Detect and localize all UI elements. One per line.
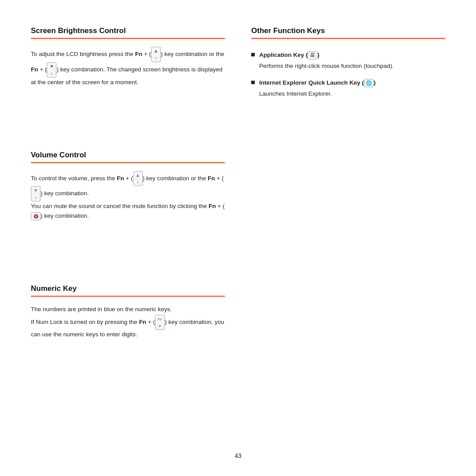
bullet-icon: [251, 81, 255, 84]
bullet-icon: [251, 53, 255, 56]
key-brightness-down: ▼⏚: [47, 62, 56, 78]
section-numeric: Numeric Key The numbers are printed in b…: [31, 284, 225, 403]
key-vol-up: ▲♪: [133, 171, 143, 186]
section-other: Other Function Keys Application Key (☰) …: [251, 26, 445, 284]
page-number: 43: [234, 452, 242, 459]
key-vol-down: ▼♪: [31, 186, 41, 201]
item-content: Internet Explorer Quick Launch Key (🌐) L…: [259, 79, 445, 99]
item-content: Application Key (☰) Performs the right-c…: [259, 51, 445, 71]
key-brightness-up: ▲⏚: [151, 47, 161, 62]
key-mute: 🔇: [31, 212, 41, 220]
item-desc: Launches Internet Explorer.: [259, 89, 445, 99]
item-desc: Performs the right-click mouse function …: [259, 61, 445, 71]
brightness-body: To adjust the LCD brightness press the F…: [31, 47, 225, 87]
page-content: Screen Brightness Control To adjust the …: [0, 0, 476, 476]
item-label: Application Key (☰): [259, 51, 445, 60]
key-numlock: Fn●: [155, 315, 165, 330]
numeric-body: The numbers are printed in blue on the n…: [31, 305, 225, 339]
volume-title: Volume Control: [31, 151, 225, 163]
section-brightness: Screen Brightness Control To adjust the …: [31, 26, 225, 151]
numeric-title: Numeric Key: [31, 284, 225, 297]
brightness-title: Screen Brightness Control: [31, 26, 225, 39]
other-title: Other Function Keys: [251, 26, 445, 39]
volume-body: To control the volume, press the Fn + (▲…: [31, 171, 225, 221]
section-volume: Volume Control To control the volume, pr…: [31, 151, 225, 285]
key-ie: 🌐: [364, 79, 374, 87]
list-item: Internet Explorer Quick Launch Key (🌐) L…: [251, 79, 445, 99]
other-list: Application Key (☰) Performs the right-c…: [251, 47, 445, 111]
list-item: Application Key (☰) Performs the right-c…: [251, 51, 445, 71]
key-application: ☰: [308, 51, 317, 60]
item-label: Internet Explorer Quick Launch Key (🌐): [259, 79, 445, 87]
